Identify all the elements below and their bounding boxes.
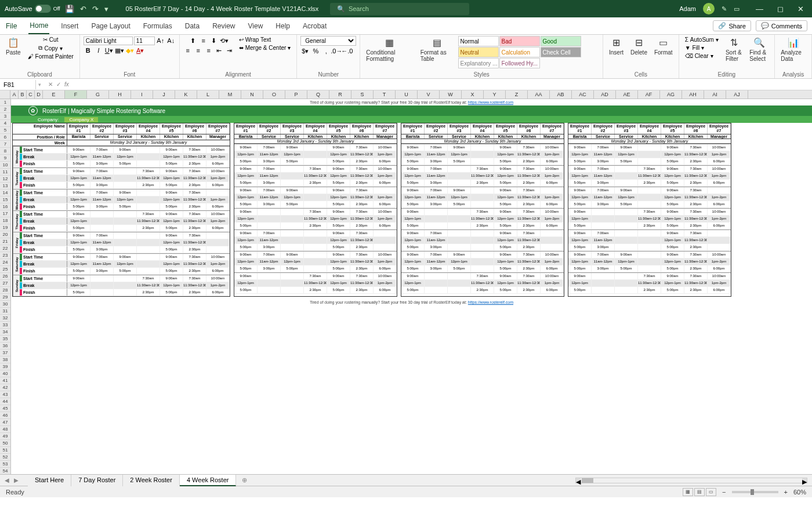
- sort-filter-button[interactable]: ⇅Sort & Filter: [723, 36, 745, 63]
- roster-cell[interactable]: 12pm-1pm: [661, 173, 684, 179]
- roster-cell[interactable]: [304, 258, 327, 265]
- roster-cell[interactable]: 7:30am: [471, 273, 494, 279]
- roster-cell[interactable]: 1pm-2pm: [708, 173, 731, 179]
- roster-cell[interactable]: 9:00am: [568, 209, 592, 215]
- roster-cell[interactable]: 6:00pm: [206, 289, 230, 296]
- roster-cell[interactable]: 5:00pm: [160, 203, 183, 210]
- roster-cell[interactable]: 11:30am-12:30pm: [183, 261, 206, 267]
- roster-cell[interactable]: 9:00am: [661, 273, 684, 279]
- fill-button[interactable]: ▼Fill▾: [683, 44, 707, 52]
- roster-cell[interactable]: [471, 244, 494, 250]
- roster-cell[interactable]: [471, 151, 494, 158]
- roster-cell[interactable]: 12pm-1pm: [448, 258, 471, 265]
- roster-cell[interactable]: 11:30am-12:30pm: [304, 173, 327, 179]
- roster-cell[interactable]: 7:30am: [183, 168, 206, 174]
- roster-cell[interactable]: 9:00am: [67, 147, 90, 153]
- roster-cell[interactable]: 5:00pm: [661, 180, 684, 186]
- roster-cell[interactable]: [541, 237, 564, 243]
- roster-cell[interactable]: 6:00pm: [708, 287, 731, 293]
- roster-cell[interactable]: [137, 147, 160, 153]
- roster-cell[interactable]: 1pm-2pm: [708, 194, 731, 201]
- roster-cell[interactable]: [471, 265, 494, 272]
- row-header[interactable]: 18: [0, 217, 10, 224]
- roster-cell[interactable]: 11:30am-12:30pm: [471, 280, 494, 286]
- format-as-table-button[interactable]: ▤Format as Table: [418, 36, 456, 63]
- roster-cell[interactable]: 5:00pm: [234, 223, 258, 229]
- roster-cell[interactable]: 6:00pm: [374, 201, 397, 207]
- roster-cell[interactable]: 3:00pm: [258, 180, 281, 186]
- roster-cell[interactable]: 11am-12pm: [258, 194, 281, 201]
- rosterelf-link[interactable]: https://www.rosterelf.com: [468, 100, 513, 104]
- roster-cell[interactable]: 9:00am: [67, 232, 90, 239]
- roster-cell[interactable]: 9:00am: [67, 190, 90, 196]
- roster-cell[interactable]: 5:00pm: [234, 244, 258, 250]
- roster-cell[interactable]: 1pm-2pm: [541, 194, 564, 201]
- merge-center-button[interactable]: ⬌Merge & Center▾: [237, 44, 293, 52]
- roster-cell[interactable]: 7:30am: [183, 147, 206, 153]
- roster-cell[interactable]: [90, 282, 114, 289]
- roster-cell[interactable]: 1pm-2pm: [541, 173, 564, 179]
- roster-cell[interactable]: 7:30am: [471, 209, 494, 215]
- roster-cell[interactable]: 10:00am: [708, 209, 731, 215]
- roster-cell[interactable]: [281, 287, 304, 293]
- roster-cell[interactable]: 11:30am-12:30pm: [684, 173, 708, 179]
- search-box[interactable]: 🔍 Search: [330, 3, 469, 15]
- roster-cell[interactable]: 11:30am-12:30pm: [638, 216, 661, 222]
- roster-cell[interactable]: 6:00pm: [206, 182, 230, 188]
- roster-cell[interactable]: 5:00pm: [448, 265, 471, 272]
- roster-cell[interactable]: 7:30am: [684, 209, 708, 215]
- roster-cell[interactable]: 1pm-2pm: [374, 173, 397, 179]
- align-center-icon[interactable]: ≡: [194, 46, 203, 55]
- roster-cell[interactable]: 12pm-1pm: [661, 216, 684, 222]
- roster-cell[interactable]: 9:00am: [327, 166, 350, 172]
- roster-cell[interactable]: [137, 261, 160, 267]
- style-cell[interactable]: Normal: [458, 36, 499, 46]
- roster-cell[interactable]: 7:30am: [638, 273, 661, 279]
- roster-cell[interactable]: [114, 175, 137, 181]
- roster-cell[interactable]: 2:30pm: [684, 244, 708, 250]
- col-header[interactable]: A: [10, 90, 19, 99]
- row-header[interactable]: 20: [0, 231, 10, 238]
- roster-cell[interactable]: 1pm-2pm: [374, 216, 397, 222]
- col-header[interactable]: R: [329, 90, 351, 99]
- roster-cell[interactable]: 12pm-1pm: [281, 258, 304, 265]
- roster-cell[interactable]: [615, 180, 638, 186]
- roster-cell[interactable]: 3:00pm: [258, 201, 281, 207]
- roster-cell[interactable]: 2:30pm: [183, 161, 206, 167]
- style-cell[interactable]: Explanatory ...: [458, 58, 499, 68]
- style-cell[interactable]: Calculation: [499, 47, 540, 57]
- roster-cell[interactable]: [206, 239, 230, 246]
- roster-cell[interactable]: [137, 246, 160, 253]
- roster-cell[interactable]: 2:30pm: [183, 289, 206, 296]
- row-header[interactable]: 26: [0, 273, 10, 280]
- roster-cell[interactable]: 5:00pm: [615, 158, 638, 165]
- roster-cell[interactable]: 11am-12pm: [592, 173, 615, 179]
- row-header[interactable]: 28: [0, 287, 10, 294]
- roster-cell[interactable]: 11:30am-12:30pm: [517, 280, 541, 286]
- roster-cell[interactable]: 9:00am: [327, 144, 350, 151]
- roster-cell[interactable]: 5:00pm: [114, 268, 137, 274]
- font-color-button[interactable]: A▾: [136, 46, 145, 55]
- ribbon-tab-insert[interactable]: Insert: [60, 19, 79, 34]
- roster-cell[interactable]: 12pm-1pm: [494, 194, 517, 201]
- font-name-select[interactable]: [84, 37, 133, 45]
- col-header[interactable]: W: [440, 90, 462, 99]
- roster-cell[interactable]: [114, 289, 137, 296]
- roster-cell[interactable]: 12pm-1pm: [160, 196, 183, 203]
- roster-cell[interactable]: 5:00pm: [494, 265, 517, 272]
- roster-cell[interactable]: [114, 168, 137, 174]
- roster-cell[interactable]: 12pm-1pm: [494, 216, 517, 222]
- roster-cell[interactable]: [638, 151, 661, 158]
- roster-cell[interactable]: 5:00pm: [568, 265, 592, 272]
- roster-cell[interactable]: 11:30am-12:30pm: [684, 280, 708, 286]
- sheet-tab[interactable]: 4 Week Roster: [180, 475, 237, 486]
- roster-cell[interactable]: 5:00pm: [494, 287, 517, 293]
- roster-cell[interactable]: 11am-12pm: [258, 237, 281, 243]
- roster-cell[interactable]: 7:00am: [90, 147, 114, 153]
- roster-cell[interactable]: [258, 209, 281, 215]
- col-header[interactable]: AG: [660, 90, 682, 99]
- roster-cell[interactable]: 2:30pm: [350, 158, 374, 165]
- roster-cell[interactable]: 7:00am: [258, 166, 281, 172]
- roster-cell[interactable]: 7:30am: [304, 273, 327, 279]
- roster-cell[interactable]: 11:30am-12:30pm: [350, 280, 374, 286]
